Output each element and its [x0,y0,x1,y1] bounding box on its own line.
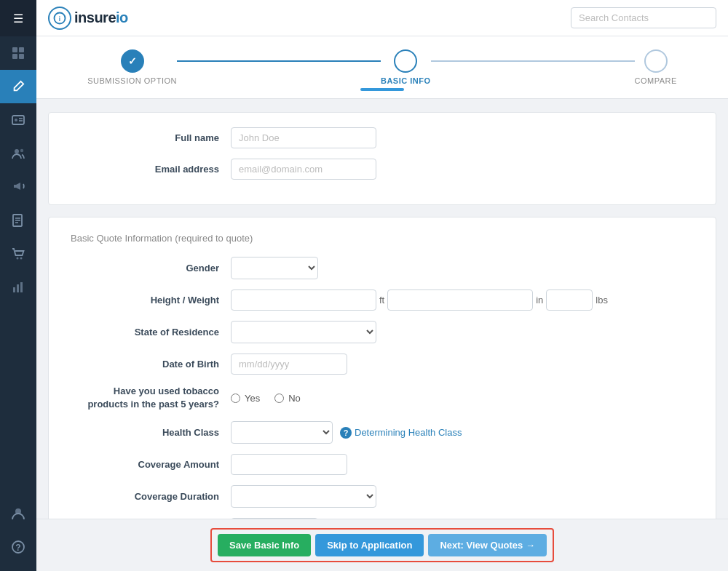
action-buttons-group: Save Basic Info Skip to Application Next… [210,528,554,562]
dob-field [231,354,694,375]
email-label: Email address [71,164,231,175]
svg-rect-3 [19,54,24,59]
health-class-label: Health Class [71,427,231,438]
cart-icon[interactable] [0,237,36,271]
tobacco-label: Have you used tobacco products in the pa… [71,385,231,411]
step-circle-2 [394,49,417,73]
state-row: State of Residence AlabamaAlaskaArizonaC… [71,321,694,343]
chart-icon[interactable] [0,271,36,304]
coverage-duration-select[interactable]: 10 Year 15 Year 20 Year 25 Year 30 Year … [231,485,376,508]
skip-to-application-button[interactable]: Skip to Application [315,534,424,556]
gender-field: Male Female [231,257,694,279]
svg-point-15 [20,257,23,260]
weight-lbs-input[interactable] [546,290,593,311]
book-icon[interactable] [0,204,36,237]
tobacco-yes-label[interactable]: Yes [231,393,260,404]
svg-point-14 [17,257,19,260]
svg-rect-16 [13,287,15,292]
health-class-help-text: Determining Health Class [355,427,462,438]
tobacco-field: Yes No [231,393,694,404]
svg-text:i: i [59,15,60,22]
svg-rect-1 [19,47,24,52]
tobacco-yes-text: Yes [245,393,260,404]
logo-icon: i [48,7,71,30]
megaphone-icon[interactable] [0,170,36,204]
step-label-3: COMPARE [635,76,677,85]
height-ft-input[interactable] [231,290,376,311]
step-line-1 [177,60,381,62]
people-icon[interactable] [0,137,36,170]
gender-row: Gender Male Female [71,257,694,279]
step-label-1: SUBMISSION OPTION [87,76,177,85]
step-circle-3 [644,49,668,73]
step-compare[interactable]: COMPARE [635,49,677,85]
step-line-2 [431,60,635,62]
sidebar-menu-top[interactable]: ☰ [0,0,36,36]
height-weight-row: Height / Weight ft in lbs [71,290,694,311]
svg-rect-18 [20,282,23,292]
full-name-field [231,127,694,148]
step-basic-info[interactable]: BASIC INFO [381,49,431,85]
edit-icon[interactable] [0,70,36,103]
height-weight-label: Height / Weight [71,295,231,306]
email-input[interactable] [231,159,376,180]
health-class-select[interactable]: Preferred Plus Preferred Standard Plus S… [231,421,333,444]
coverage-amount-input[interactable] [231,454,347,475]
weight-lbs-unit: lbs [596,295,608,306]
svg-rect-4 [12,116,24,124]
search-input[interactable] [571,7,716,28]
dob-input[interactable] [231,354,347,375]
help-circle-icon[interactable]: ? [0,530,36,564]
svg-text:?: ? [15,543,20,553]
state-select[interactable]: AlabamaAlaskaArizonaCaliforniaColoradoFl… [231,321,376,343]
tobacco-no-text: No [288,393,301,404]
next-view-quotes-button[interactable]: Next: View Quotes → [428,534,547,556]
user-icon[interactable] [0,497,36,530]
full-name-input[interactable] [231,127,376,148]
height-weight-field: ft in lbs [231,290,694,311]
help-question-icon: ? [340,427,352,439]
coverage-duration-field: 10 Year 15 Year 20 Year 25 Year 30 Year … [231,485,694,508]
topbar: i insureio [36,0,728,36]
step-submission-option[interactable]: ✓ SUBMISSION OPTION [87,49,177,85]
health-class-help-link[interactable]: ? Determining Health Class [340,427,462,439]
tobacco-yes-radio[interactable] [231,394,240,403]
height-ft-unit: ft [379,295,384,306]
health-class-row: Health Class Preferred Plus Preferred St… [71,421,694,444]
coverage-amount-row: Coverage Amount [71,454,694,475]
step-label-2: BASIC INFO [381,76,431,85]
state-label: State of Residence [71,327,231,338]
height-in-unit: in [536,295,543,306]
full-name-row: Full name [71,127,694,148]
dashboard-icon[interactable] [0,36,36,70]
health-class-field: Preferred Plus Preferred Standard Plus S… [231,421,694,444]
svg-point-9 [20,149,23,152]
dob-row: Date of Birth [71,354,694,375]
logo: i insureio [48,7,128,30]
coverage-duration-row: Coverage Duration 10 Year 15 Year 20 Yea… [71,485,694,508]
logo-text: insureio [74,9,128,26]
quote-section-title: Basic Quote Information (required to quo… [71,232,694,244]
height-in-input[interactable] [387,290,533,311]
gender-select[interactable]: Male Female [231,257,318,279]
tobacco-radio-group: Yes No [231,393,694,404]
svg-point-5 [15,119,17,121]
bottom-bar: Save Basic Info Skip to Application Next… [36,519,728,571]
tobacco-no-label[interactable]: No [274,393,301,404]
quote-card: Basic Quote Information (required to quo… [48,217,716,566]
stepper-area: ✓ SUBMISSION OPTION BASIC INFO COMPARE [36,36,728,99]
coverage-amount-field [231,454,694,475]
email-row: Email address [71,159,694,180]
tobacco-no-radio[interactable] [274,394,284,403]
svg-rect-0 [12,47,17,52]
email-field-wrap [231,159,694,180]
step-indicator-bar [360,88,404,91]
svg-rect-17 [17,284,19,292]
save-basic-info-button[interactable]: Save Basic Info [218,534,311,556]
dob-label: Date of Birth [71,359,231,370]
coverage-duration-label: Coverage Duration [71,491,231,502]
menu-icon[interactable]: ☰ [0,1,36,35]
contact-card: Full name Email address [48,112,716,205]
id-card-icon[interactable] [0,103,36,137]
state-field: AlabamaAlaskaArizonaCaliforniaColoradoFl… [231,321,694,343]
